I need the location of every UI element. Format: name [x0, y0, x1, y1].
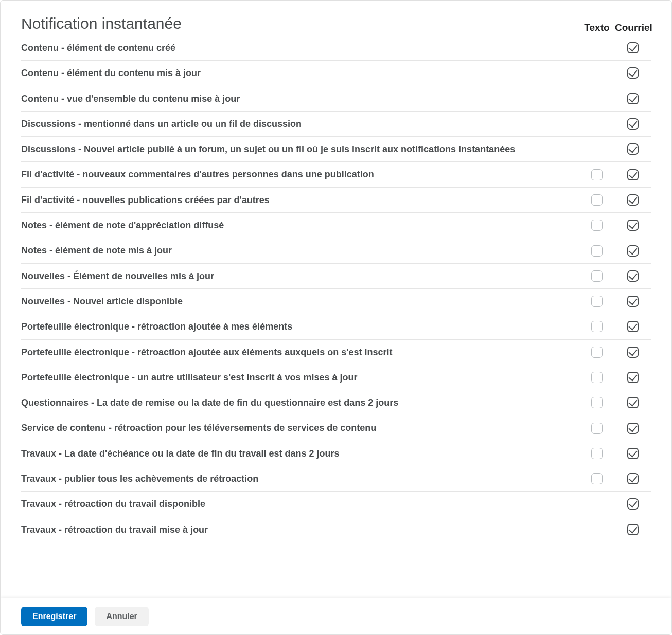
courriel-checkbox[interactable]: [627, 372, 639, 383]
courriel-checkbox[interactable]: [627, 93, 639, 104]
notification-label: Portefeuille électronique - rétroaction …: [21, 340, 579, 365]
courriel-cell: [615, 448, 651, 459]
notification-label: Notes - élément de note d'appréciation d…: [21, 213, 579, 238]
notification-scroll-area: Notification instantanée Texto Courriel …: [1, 1, 671, 598]
courriel-checkbox[interactable]: [627, 42, 639, 53]
texto-checkbox[interactable]: [591, 220, 603, 231]
table-row: Travaux - publier tous les achèvements d…: [21, 466, 651, 492]
table-row: Nouvelles - Élément de nouvelles mis à j…: [21, 264, 651, 289]
courriel-checkbox[interactable]: [627, 220, 639, 231]
texto-cell: [579, 397, 615, 408]
texto-checkbox[interactable]: [591, 245, 603, 257]
courriel-checkbox[interactable]: [627, 296, 639, 307]
courriel-checkbox[interactable]: [627, 498, 639, 510]
texto-cell: [579, 423, 615, 434]
notification-label: Discussions - Nouvel article publié à un…: [21, 137, 579, 161]
notification-table: Contenu - élément de contenu crééContenu…: [21, 35, 651, 542]
table-row: Portefeuille électronique - rétroaction …: [21, 314, 651, 339]
cancel-button[interactable]: Annuler: [95, 607, 148, 626]
texto-cell: [579, 473, 615, 484]
courriel-checkbox[interactable]: [627, 448, 639, 459]
table-row: Portefeuille électronique - un autre uti…: [21, 365, 651, 390]
texto-cell: [579, 321, 615, 332]
courriel-cell: [615, 245, 651, 257]
texto-cell: [579, 194, 615, 206]
notification-label: Contenu - vue d'ensemble du contenu mise…: [21, 86, 579, 111]
table-row: Notes - élément de note d'appréciation d…: [21, 213, 651, 238]
table-row: Travaux - La date d'échéance ou la date …: [21, 441, 651, 466]
courriel-cell: [615, 372, 651, 383]
courriel-checkbox[interactable]: [627, 397, 639, 408]
courriel-cell: [615, 473, 651, 484]
courriel-cell: [615, 143, 651, 155]
table-row: Fil d'activité - nouvelles publications …: [21, 188, 651, 213]
notification-label: Nouvelles - Élément de nouvelles mis à j…: [21, 264, 579, 288]
texto-cell: [579, 169, 615, 180]
notification-label: Questionnaires - La date de remise ou la…: [21, 390, 579, 415]
texto-checkbox[interactable]: [591, 347, 603, 358]
notification-label: Travaux - La date d'échéance ou la date …: [21, 441, 579, 466]
notification-label: Travaux - rétroaction du travail disponi…: [21, 492, 579, 516]
courriel-cell: [615, 42, 651, 53]
texto-cell: [579, 270, 615, 282]
footer-toolbar: Enregistrer Annuler: [1, 598, 671, 634]
texto-checkbox[interactable]: [591, 448, 603, 459]
texto-checkbox[interactable]: [591, 169, 603, 180]
courriel-checkbox[interactable]: [627, 524, 639, 535]
courriel-checkbox[interactable]: [627, 143, 639, 155]
texto-checkbox[interactable]: [591, 270, 603, 282]
notification-label: Travaux - publier tous les achèvements d…: [21, 466, 579, 491]
courriel-cell: [615, 220, 651, 231]
texto-cell: [579, 347, 615, 358]
page-title: Notification instantanée: [21, 15, 579, 32]
notification-label: Fil d'activité - nouvelles publications …: [21, 188, 579, 212]
courriel-checkbox[interactable]: [627, 67, 639, 79]
column-header-courriel: Courriel: [615, 22, 651, 35]
texto-checkbox[interactable]: [591, 473, 603, 484]
save-button[interactable]: Enregistrer: [21, 607, 87, 626]
notification-label: Portefeuille électronique - un autre uti…: [21, 365, 579, 390]
texto-cell: [579, 220, 615, 231]
notification-label: Contenu - élément de contenu créé: [21, 35, 579, 60]
courriel-checkbox[interactable]: [627, 423, 639, 434]
courriel-cell: [615, 194, 651, 206]
table-row: Portefeuille électronique - rétroaction …: [21, 340, 651, 365]
table-row: Service de contenu - rétroaction pour le…: [21, 415, 651, 441]
courriel-checkbox[interactable]: [627, 270, 639, 282]
column-header-texto: Texto: [579, 22, 615, 35]
texto-checkbox[interactable]: [591, 397, 603, 408]
table-row: Travaux - rétroaction du travail mise à …: [21, 517, 651, 542]
texto-cell: [579, 296, 615, 307]
courriel-cell: [615, 423, 651, 434]
courriel-checkbox[interactable]: [627, 347, 639, 358]
notification-label: Fil d'activité - nouveaux commentaires d…: [21, 162, 579, 187]
table-row: Discussions - Nouvel article publié à un…: [21, 137, 651, 162]
courriel-checkbox[interactable]: [627, 473, 639, 484]
courriel-cell: [615, 67, 651, 79]
texto-checkbox[interactable]: [591, 423, 603, 434]
texto-checkbox[interactable]: [591, 321, 603, 332]
texto-checkbox[interactable]: [591, 296, 603, 307]
courriel-checkbox[interactable]: [627, 321, 639, 332]
courriel-checkbox[interactable]: [627, 194, 639, 206]
courriel-checkbox[interactable]: [627, 118, 639, 130]
settings-panel: Notification instantanée Texto Courriel …: [0, 0, 672, 635]
table-row: Contenu - élément de contenu créé: [21, 35, 651, 61]
notification-label: Contenu - élément du contenu mis à jour: [21, 61, 579, 85]
table-row: Questionnaires - La date de remise ou la…: [21, 390, 651, 415]
table-row: Notes - élément de note mis à jour: [21, 238, 651, 263]
texto-cell: [579, 448, 615, 459]
table-row: Discussions - mentionné dans un article …: [21, 112, 651, 137]
texto-checkbox[interactable]: [591, 372, 603, 383]
table-row: Nouvelles - Nouvel article disponible: [21, 289, 651, 314]
courriel-cell: [615, 296, 651, 307]
notification-label: Discussions - mentionné dans un article …: [21, 112, 579, 136]
notification-label: Travaux - rétroaction du travail mise à …: [21, 517, 579, 542]
courriel-checkbox[interactable]: [627, 245, 639, 257]
table-row: Fil d'activité - nouveaux commentaires d…: [21, 162, 651, 187]
texto-checkbox[interactable]: [591, 194, 603, 206]
courriel-cell: [615, 118, 651, 130]
table-row: Contenu - vue d'ensemble du contenu mise…: [21, 86, 651, 112]
courriel-cell: [615, 397, 651, 408]
courriel-checkbox[interactable]: [627, 169, 639, 180]
